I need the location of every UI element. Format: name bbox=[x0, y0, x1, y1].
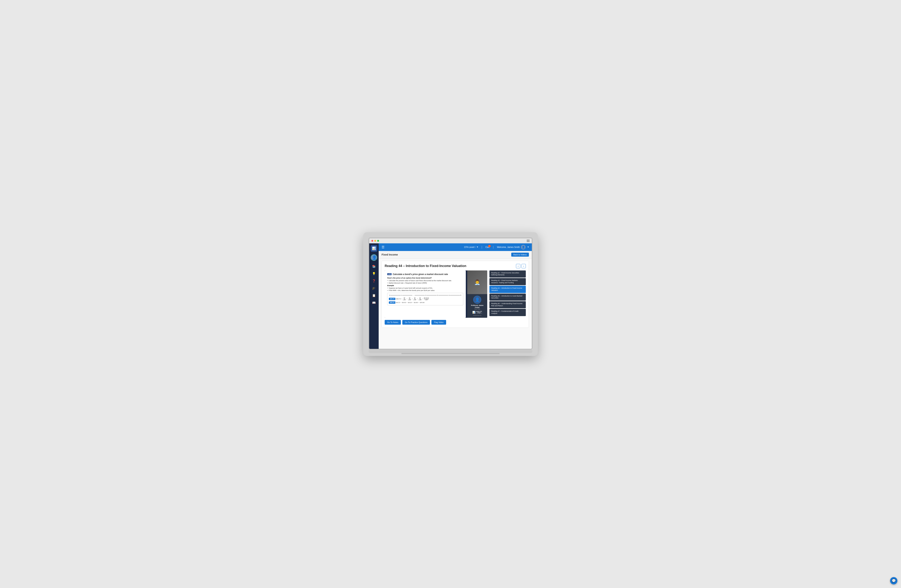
cart-badge: 1 bbox=[488, 245, 491, 247]
cf-val-4: $3.96 bbox=[414, 302, 418, 303]
level-chevron-icon bbox=[477, 246, 478, 248]
nav-avatar: 👤 bbox=[521, 245, 525, 250]
page-title: Fixed Income bbox=[382, 253, 398, 256]
instructor-video: 👨‍💼 bbox=[467, 270, 487, 294]
cf-5: $5+$100 1.06⁵ bbox=[424, 297, 429, 301]
welcome-label: Welcome, James Smith bbox=[497, 246, 520, 248]
slide-header: Calculate a bond's price given a market … bbox=[393, 273, 448, 276]
reading-item-r47[interactable]: Reading 47 – Fundamentals of Credit Anal… bbox=[489, 309, 526, 316]
analyst-url: AnalystPrep.com bbox=[473, 315, 481, 316]
analyst-logo: 📊 ANALYST—PREP— bbox=[471, 310, 483, 315]
timeline-2: 2 bbox=[425, 295, 426, 296]
slide-los-row: LOS Calculate a bond's price given a mar… bbox=[387, 273, 463, 276]
cf-val-5: $78.46 bbox=[420, 302, 424, 303]
timeline-1: 1 bbox=[401, 295, 402, 296]
analyst-logo-icon: 📊 bbox=[472, 311, 475, 314]
timeline-3: 3 bbox=[436, 295, 438, 296]
go-to-notes-button[interactable]: Go To Notes bbox=[385, 320, 401, 324]
slide-example-2: If the RRR = 6%, determine the bonds pri… bbox=[389, 290, 463, 292]
main-content: ☰ CFA Level I | Cart 1 | Welcome, James … bbox=[379, 243, 532, 349]
sidebar-logo: 📊 bbox=[371, 245, 377, 252]
cf-1: $5 1.06¹ bbox=[403, 297, 406, 301]
instructor-info: 👤 Professor James Forjan PhD, CFA 📊 ANAL… bbox=[467, 294, 487, 318]
instructor-panel: 👨‍💼 👤 Professor James Forjan PhD, CFA bbox=[467, 270, 487, 318]
title-bar bbox=[369, 238, 532, 243]
sidebar-item-help[interactable]: ❓ bbox=[371, 278, 377, 284]
user-chevron-icon bbox=[527, 246, 529, 248]
nav-arrows: ‹ › bbox=[516, 264, 526, 268]
go-to-practice-button[interactable]: Go To Practice Questions bbox=[402, 320, 430, 324]
reading-title-row: Reading 44 – Introduction to Fixed-Incom… bbox=[385, 264, 526, 268]
nav-cart[interactable]: Cart 1 bbox=[485, 246, 489, 248]
back-to-videos-button[interactable]: Back to Videos bbox=[511, 253, 529, 257]
cf-plus-4: + bbox=[422, 298, 423, 300]
cf-val-3: $4.20 bbox=[408, 302, 412, 303]
prev-arrow-button[interactable]: ‹ bbox=[516, 264, 520, 268]
nav-hamburger-icon[interactable]: ☰ bbox=[382, 245, 385, 249]
instructor-avatar: 👤 bbox=[473, 296, 481, 304]
level-label: CFA Level I bbox=[464, 246, 475, 248]
laptop-base bbox=[369, 350, 532, 353]
analyst-logo-text: ANALYST—PREP— bbox=[476, 311, 482, 314]
reading-item-r43[interactable]: Reading 43 – Fixed-Income Markets: Issua… bbox=[489, 278, 526, 285]
reading-item-r42[interactable]: Reading 42 – Fixed-Income Securities: De… bbox=[489, 270, 526, 278]
sidebar-item-book[interactable]: 📚 bbox=[371, 264, 377, 269]
laptop-foot bbox=[401, 353, 500, 354]
cf-plus-2: + bbox=[412, 298, 413, 300]
los-badge: LOS bbox=[387, 273, 391, 275]
cf-plus-3: + bbox=[417, 298, 418, 300]
instructor-title: PhD, CFA bbox=[474, 309, 480, 310]
slide-bullet-1: Calculate the present value of future ca… bbox=[389, 280, 463, 282]
sidebar-item-grad[interactable]: 🎓 bbox=[371, 285, 377, 291]
price-label: $95.79 bbox=[396, 298, 401, 300]
reading-item-r44[interactable]: Reading 44 – Introduction to Fixed-Incom… bbox=[489, 286, 526, 293]
nav-level[interactable]: CFA Level I bbox=[464, 246, 478, 248]
dot-green[interactable] bbox=[377, 240, 379, 242]
top-nav: ☰ CFA Level I | Cart 1 | Welcome, James … bbox=[379, 243, 532, 251]
nav-divider2: | bbox=[493, 245, 494, 249]
nav-welcome[interactable]: Welcome, James Smith 👤 bbox=[497, 245, 529, 250]
sidebar-item-list[interactable]: 📋 bbox=[371, 293, 377, 298]
page-header: Fixed Income Back to Videos bbox=[379, 251, 532, 259]
sidebar-item-library[interactable]: 📖 bbox=[371, 300, 377, 306]
cf-val-2: $4.45 bbox=[402, 302, 406, 303]
readings-sidebar: Reading 42 – Fixed-Income Securities: De… bbox=[489, 270, 526, 324]
nav-divider: | bbox=[482, 245, 482, 249]
bond-diagram: 0 1 ···· 2 3 4 5 bbox=[387, 293, 463, 306]
cf-plus-1: + bbox=[407, 298, 408, 300]
cf-2: $5 1.06² bbox=[408, 297, 411, 301]
video-content: LOS Calculate a bond's price given a mar… bbox=[385, 270, 487, 318]
video-area: LOS Calculate a bond's price given a mar… bbox=[385, 270, 526, 324]
timeline: 0 1 ···· 2 3 4 5 bbox=[389, 295, 461, 296]
dot-red[interactable] bbox=[371, 240, 373, 242]
reading-item-r45[interactable]: Reading 45 – Introduction to Asset-Backe… bbox=[489, 293, 526, 301]
sidebar-avatar[interactable] bbox=[371, 254, 377, 261]
laptop-outer: 📊 📚 💡 ❓ 🎓 📋 📖 ☰ CFA Level I bbox=[363, 232, 538, 356]
price-box: $95.79 bbox=[389, 298, 395, 300]
cf-4: $5 1.06⁴ bbox=[419, 297, 422, 301]
chat-bubble-button[interactable]: 💬 bbox=[890, 577, 897, 584]
app-container: 📊 📚 💡 ❓ 🎓 📋 📖 ☰ CFA Level I bbox=[369, 243, 532, 349]
slide-example-1: Suppose we have a 5-year bond with annua… bbox=[389, 287, 463, 289]
timeline-dots: ···· bbox=[412, 295, 415, 296]
timeline-0: 0 bbox=[389, 295, 390, 296]
action-buttons: Go To Notes Go To Practice Questions Fla… bbox=[385, 320, 487, 324]
laptop-screen: 📊 📚 💡 ❓ 🎓 📋 📖 ☰ CFA Level I bbox=[369, 238, 532, 349]
sidebar: 📊 📚 💡 ❓ 🎓 📋 📖 bbox=[369, 243, 379, 349]
instructor-name: Professor James Forjan bbox=[469, 304, 486, 309]
instructor-video-placeholder: 👨‍💼 bbox=[467, 270, 487, 294]
price-box-2: $95.79 bbox=[389, 301, 395, 304]
reading-item-r46[interactable]: Reading 46 – Understanding Fixed-Income … bbox=[489, 301, 526, 308]
slide-subtitle: How's the price of an option-free bond d… bbox=[387, 277, 463, 279]
reading-main-title: Reading 44 – Introduction to Fixed-Incom… bbox=[385, 264, 466, 268]
next-arrow-button[interactable]: › bbox=[521, 264, 526, 268]
window-menu-icon[interactable] bbox=[527, 240, 530, 242]
video-main: LOS Calculate a bond's price given a mar… bbox=[385, 270, 487, 324]
content-area: Reading 44 – Introduction to Fixed-Incom… bbox=[379, 259, 532, 349]
logo-icon: 📊 bbox=[372, 246, 376, 250]
flag-video-button[interactable]: Flag Video bbox=[432, 320, 446, 324]
dot-yellow[interactable] bbox=[374, 240, 376, 242]
sidebar-item-idea[interactable]: 💡 bbox=[371, 271, 377, 276]
cf-val-1: $4.72 bbox=[396, 302, 400, 303]
timeline-5: 5 bbox=[460, 295, 461, 296]
